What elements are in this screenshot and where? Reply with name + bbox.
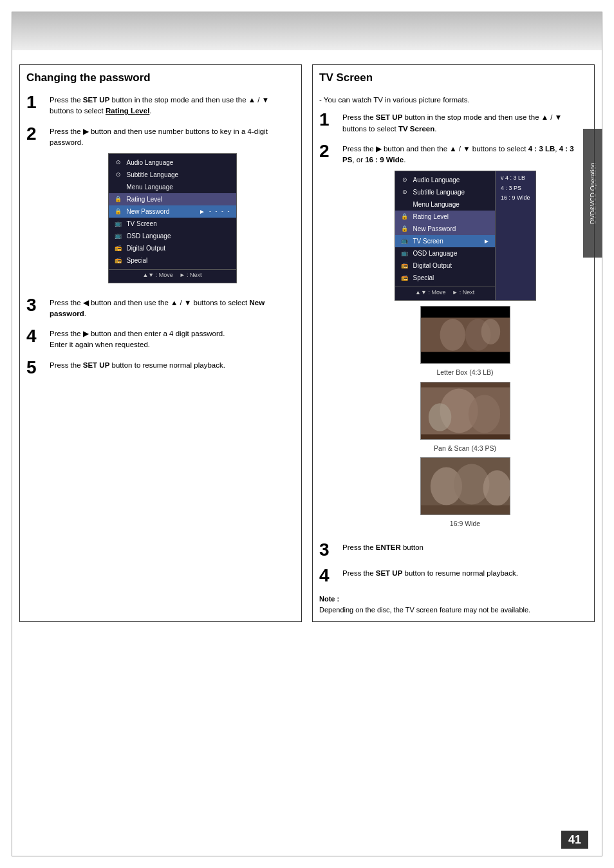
menu-item-newpass: 🔒 New Password ► - - - -: [109, 205, 236, 218]
r-icon-osd: 📺: [400, 249, 409, 258]
svg-rect-1: [421, 306, 510, 317]
left-column: Changing the password 1 Press the SET UP…: [19, 64, 302, 622]
left-step-4-text: Press the ▶ button and then enter a 4 di…: [50, 328, 295, 351]
left-step-5-text: Press the SET UP button to resume normal…: [50, 360, 295, 371]
note-label: Note :: [319, 595, 339, 603]
menu-item-tvscreen: 📺 TV Screen: [109, 218, 236, 230]
photo-lb-container: Letter Box (4:3 LB): [342, 306, 588, 378]
svg-point-15: [483, 471, 509, 506]
left-step-5-number: 5: [26, 359, 44, 377]
left-section-title: Changing the password: [26, 71, 295, 87]
note-text: Depending on the disc, the TV screen fea…: [319, 606, 530, 614]
svg-rect-16: [421, 505, 510, 515]
left-step-3-number: 3: [26, 296, 44, 314]
svg-rect-10: [421, 382, 510, 387]
r-icon-digital: 📻: [400, 261, 409, 270]
page-number: 41: [561, 831, 588, 849]
photo-letterbox: [420, 306, 510, 364]
columns-layout: Changing the password 1 Press the SET UP…: [19, 64, 595, 622]
right-column: TV Screen - You can watch TV in various …: [312, 64, 595, 622]
menu-icon-osd: 📺: [114, 232, 123, 241]
r-icon-menulang: [400, 200, 409, 209]
r-icon-newpass: 🔒: [400, 225, 409, 234]
menu-item-special: 📻 Special: [109, 254, 236, 267]
right-step-4-number: 4: [319, 567, 337, 585]
right-menu-main: ⊙ Audio Language ⊙ Subtitle Language Men…: [395, 171, 496, 301]
menu-arrow-newpass: ►: [199, 207, 205, 216]
menu-item-rating: 🔒 Rating Level: [109, 193, 236, 205]
photo-ps-svg: [421, 382, 510, 440]
r-menu-audio: ⊙ Audio Language: [395, 174, 495, 186]
left-step-3-text: Press the ◀ button and then use the ▲ / …: [50, 297, 295, 320]
menu-item-audio: ⊙ Audio Language: [109, 156, 236, 169]
right-step-1: 1 Press the SET UP button in the stop mo…: [319, 112, 588, 135]
menu-icon-subtitle: ⊙: [114, 171, 123, 180]
right-section-title: TV Screen: [319, 71, 588, 87]
left-step-2-number: 2: [26, 125, 44, 143]
note-section: Note : Depending on the disc, the TV scr…: [319, 594, 588, 615]
right-step-1-number: 1: [319, 111, 337, 129]
menu-icon-digital: 📻: [114, 244, 123, 253]
left-menu-nav: ▲▼ : Move ► : Next: [109, 269, 236, 280]
main-content: Changing the password 1 Press the SET UP…: [19, 64, 595, 829]
menu-item-menu-lang: Menu Language: [109, 181, 236, 193]
menu-icon-special: 📻: [114, 256, 123, 265]
left-step-1: 1 Press the SET UP button in the stop mo…: [26, 95, 295, 117]
left-step-3: 3 Press the ◀ button and then use the ▲ …: [26, 297, 295, 320]
svg-point-9: [428, 403, 451, 431]
photo-lb-svg: [421, 306, 510, 364]
left-step-2-text: Press the ▶ button and then use number b…: [50, 126, 295, 288]
photo-ps-container: Pan & Scan (4:3 PS): [342, 382, 588, 454]
r-arrow-tvscreen: ►: [483, 236, 490, 246]
menu-item-digital: 📻 Digital Output: [109, 242, 236, 254]
menu-item-osd: 📺 OSD Language: [109, 230, 236, 242]
r-icon-rating: 🔒: [400, 212, 409, 222]
menu-icon-rating: 🔒: [114, 195, 123, 204]
svg-point-5: [481, 319, 500, 344]
right-step-4-text: Press the SET UP button to resume normal…: [342, 568, 588, 579]
svg-rect-11: [421, 434, 510, 439]
menu-icon-newpass: 🔒: [114, 207, 123, 216]
r-menu-subtitle: ⊙ Subtitle Language: [395, 186, 495, 198]
photo-wide-container: 16:9 Wide: [342, 457, 588, 529]
right-step-3: 3 Press the ENTER button: [319, 542, 588, 559]
photo-lb-caption: Letter Box (4:3 LB): [342, 368, 588, 378]
svg-point-8: [468, 395, 499, 433]
menu-icon-tvscreen: 📺: [114, 220, 123, 229]
svg-rect-2: [421, 352, 510, 363]
r-icon-audio: ⊙: [400, 176, 409, 185]
svg-point-3: [440, 319, 465, 350]
r-menu-special: 📻 Special: [395, 272, 495, 284]
menu-icon-menu-lang: [114, 183, 123, 192]
right-step-1-text: Press the SET UP button in the stop mode…: [342, 112, 588, 135]
right-menu-nav: ▲▼ : Move ► : Next: [395, 287, 495, 297]
right-step-2-text: Press the ▶ button and then the ▲ / ▼ bu…: [342, 144, 588, 533]
left-step-5: 5 Press the SET UP button to resume norm…: [26, 360, 295, 377]
r-menu-tvscreen: 📺 TV Screen ►: [395, 235, 495, 247]
r-icon-tvscreen: 📺: [400, 237, 409, 246]
r-menu-rating: 🔒 Rating Level: [395, 211, 495, 223]
photo-panscan: [420, 382, 510, 440]
left-step-1-number: 1: [26, 93, 44, 111]
menu-item-subtitle: ⊙ Subtitle Language: [109, 169, 236, 181]
r-menu-newpass: 🔒 New Password: [395, 223, 495, 235]
panel-option-lb: v 4 : 3 LB: [501, 174, 530, 183]
left-step-2: 2 Press the ▶ button and then use number…: [26, 126, 295, 288]
left-step-4: 4 Press the ▶ button and then enter a 4 …: [26, 328, 295, 351]
r-menu-digital: 📻 Digital Output: [395, 259, 495, 272]
left-menu-screenshot: ⊙ Audio Language ⊙ Subtitle Language Men…: [108, 153, 237, 283]
right-step-4: 4 Press the SET UP button to resume norm…: [319, 568, 588, 585]
r-menu-osd: 📺 OSD Language: [395, 247, 495, 259]
right-step-2-number: 2: [319, 142, 337, 160]
right-intro: - You can watch TV in various picture fo…: [319, 95, 588, 106]
right-step-3-number: 3: [319, 541, 337, 559]
panel-option-ps: 4 : 3 PS: [501, 184, 530, 193]
r-menu-menulang: Menu Language: [395, 198, 495, 211]
r-icon-subtitle: ⊙: [400, 188, 409, 197]
menu-icon-audio: ⊙: [114, 158, 123, 167]
menu-dots-newpass: - - - -: [209, 207, 231, 216]
panel-option-wide: 16 : 9 Wide: [501, 194, 530, 203]
right-menu-panel: v 4 : 3 LB 4 : 3 PS 16 : 9 Wide: [496, 171, 536, 301]
right-step-2: 2 Press the ▶ button and then the ▲ / ▼ …: [319, 144, 588, 533]
photo-ps-caption: Pan & Scan (4:3 PS): [342, 444, 588, 454]
